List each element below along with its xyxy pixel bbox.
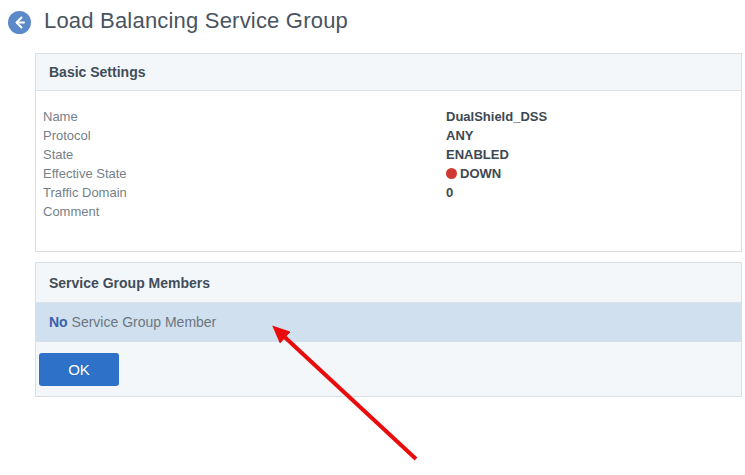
- arrow-left-icon: [13, 16, 26, 29]
- service-group-members-panel: Service Group Members No Service Group M…: [35, 262, 742, 397]
- field-label: State: [43, 145, 446, 164]
- empty-state-text: Service Group Member: [68, 314, 217, 330]
- field-label: Effective State: [43, 164, 446, 183]
- page-title: Load Balancing Service Group: [44, 8, 348, 34]
- field-row-name: Name DualShield_DSS: [43, 107, 741, 126]
- empty-state-prefix: No: [49, 314, 68, 330]
- field-label: Traffic Domain: [43, 183, 446, 202]
- field-row-state: State ENABLED: [43, 145, 741, 164]
- service-group-members-header: Service Group Members: [36, 263, 741, 303]
- basic-settings-fields: Name DualShield_DSS Protocol ANY State E…: [36, 91, 741, 221]
- status-down-dot-icon: [446, 168, 457, 179]
- field-row-comment: Comment: [43, 202, 741, 221]
- field-label: Comment: [43, 202, 446, 221]
- ok-button[interactable]: OK: [39, 353, 119, 386]
- field-value: ANY: [446, 126, 473, 145]
- field-label: Name: [43, 107, 446, 126]
- basic-settings-panel: Basic Settings Name DualShield_DSS Proto…: [35, 53, 742, 252]
- field-label: Protocol: [43, 126, 446, 145]
- basic-settings-header: Basic Settings: [36, 54, 741, 91]
- panel-footer: OK: [36, 342, 741, 396]
- no-service-group-member-row[interactable]: No Service Group Member: [36, 303, 741, 342]
- field-row-effective-state: Effective State DOWN: [43, 164, 741, 183]
- field-value: DualShield_DSS: [446, 107, 547, 126]
- field-value: 0: [446, 183, 453, 202]
- field-row-protocol: Protocol ANY: [43, 126, 741, 145]
- field-value: DOWN: [446, 164, 501, 183]
- back-button[interactable]: [8, 11, 31, 34]
- field-row-traffic-domain: Traffic Domain 0: [43, 183, 741, 202]
- field-value: ENABLED: [446, 145, 509, 164]
